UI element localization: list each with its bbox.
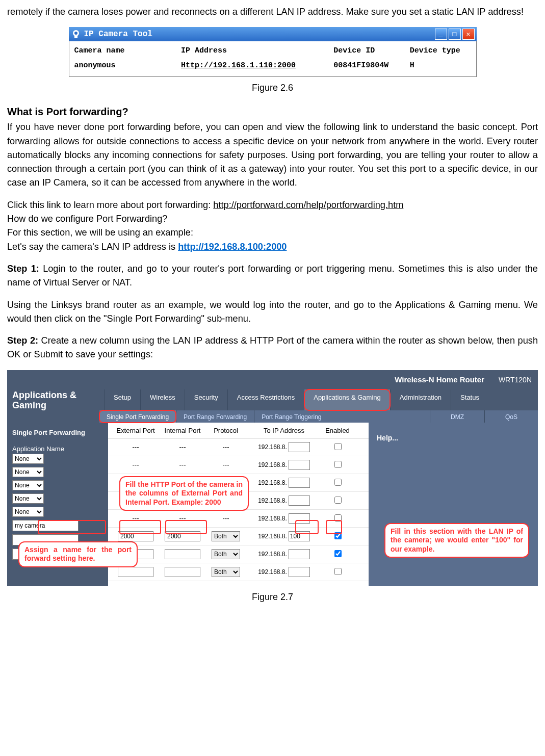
app-name-input[interactable] [12,520,79,531]
tab-setup[interactable]: Setup [104,389,140,411]
para-port-forwarding: If you have never done port forwarding b… [7,120,538,190]
col-device-id: Device ID [333,45,410,57]
enabled-checkbox[interactable] [334,550,342,557]
help-panel[interactable]: Help... [369,423,538,586]
enabled-checkbox[interactable] [334,532,342,539]
subtab-qos[interactable]: QoS [484,410,538,423]
enabled-checkbox[interactable] [334,443,342,450]
cell-ext: --- [112,460,159,470]
webcam-icon [71,29,81,39]
subtab-dmz[interactable]: DMZ [430,410,484,423]
cell-device-id: 00841FI9804W [333,60,410,72]
example-ip-link[interactable]: http://192.168.8.100:2000 [178,242,287,252]
minimize-button[interactable]: _ [435,29,447,40]
protocol-select[interactable]: Both [212,531,240,541]
router-section-title: Applications & Gaming [7,389,104,411]
ext-port-input[interactable] [118,567,153,577]
protocol-select[interactable]: Both [212,549,240,559]
ip-prefix: 192.168.8. [258,550,287,559]
int-port-input[interactable] [165,531,200,541]
callout-name: Assign a name for the port forward setti… [18,541,138,567]
window-title: IP Camera Tool [84,28,152,40]
app-select[interactable]: None [12,480,44,490]
ip-input[interactable] [289,549,310,559]
section-heading: What is Port forwarding? [7,104,538,119]
tab-apps-gaming[interactable]: Applications & Gaming [304,389,390,411]
enabled-checkbox[interactable] [334,497,342,504]
enabled-checkbox[interactable] [334,461,342,468]
router-brand: Wireless-N Home Router [395,375,484,384]
ip-prefix: 192.168.8. [258,442,287,452]
subtab-single-port-forwarding[interactable]: Single Port Forwarding [99,410,176,423]
table-row: Both192.168.8. [108,545,369,563]
int-port-input[interactable] [165,567,200,577]
router-screenshot: Wireless-N Home Router WRT120N Applicati… [7,370,538,586]
tab-security[interactable]: Security [185,389,227,411]
subtab-port-range-forwarding[interactable]: Port Range Forwarding [176,410,254,423]
cell-camera-name: anonymous [74,60,181,72]
app-select[interactable]: None [12,467,44,477]
tab-access[interactable]: Access Restrictions [227,389,304,411]
protocol-select[interactable]: Both [212,567,240,577]
intro-text: remotely if the camera loses power and r… [7,5,538,19]
subtab-port-range-triggering[interactable]: Port Range Triggering [254,410,328,423]
tab-admin[interactable]: Administration [390,389,451,411]
step2: Step 2: Create a new column using the LA… [7,334,538,362]
ip-input[interactable] [289,567,310,577]
ip-camera-tool-window: IP Camera Tool _ □ ✕ Camera name IP Addr… [69,27,477,77]
enabled-checkbox[interactable] [334,568,342,575]
step1: Step 1: Login to the router, and go to y… [7,262,538,290]
cell-int: --- [159,460,206,470]
col-device-type: Device type [410,45,471,57]
window-titlebar: IP Camera Tool _ □ ✕ [69,27,477,41]
maximize-button[interactable]: □ [449,29,461,40]
ip-input[interactable] [289,442,310,452]
table-row: ---------192.168.8. [108,456,369,474]
ip-prefix: 192.168.8. [258,567,287,577]
callout-ip: Fill in this section with the LAN IP of … [384,523,529,558]
ip-input[interactable] [289,531,310,541]
svg-point-1 [74,32,77,35]
table-header: Camera name IP Address Device ID Device … [69,41,476,59]
cfg-q: How do we configure Port Forwarding? [7,212,538,226]
tab-status[interactable]: Status [451,389,488,411]
cell-ext: --- [112,442,159,452]
close-button[interactable]: ✕ [462,29,475,40]
int-port-input[interactable] [165,549,200,559]
cell-proto: --- [206,442,246,452]
figure-caption-2-7: Figure 2.7 [7,590,538,604]
cfg-ip-line: Let's say the camera's LAN IP address is… [7,240,538,254]
enabled-checkbox[interactable] [334,479,342,486]
step2-label: Step 2: [7,335,38,346]
ip-prefix: 192.168.8. [258,496,287,505]
app-select[interactable]: None [12,493,44,504]
cell-device-type: H [410,60,471,72]
table-row: Both192.168.8. [108,528,369,545]
col-protocol: Protocol [206,426,246,436]
cell-ip-address: Http://192.168.1.110:2000 [181,60,333,72]
enabled-checkbox[interactable] [334,514,342,522]
ip-input[interactable] [289,478,310,488]
ip-input[interactable] [289,496,310,506]
step1-label: Step 1: [7,264,39,274]
portforward-link[interactable]: http://portforward.com/help/portforwardi… [213,200,403,210]
cell-int: --- [159,442,206,452]
ip-prefix: 192.168.8. [258,478,287,487]
table-row: ---------192.168.8. [108,510,369,528]
cell-proto: --- [206,513,246,524]
link-line: Click this link to learn more about port… [7,198,538,212]
app-select[interactable]: None [12,454,44,464]
svg-rect-2 [74,36,77,38]
app-select[interactable]: None [12,507,44,517]
sidebar-app-name: Application Name [12,444,104,454]
table-row: Both192.168.8. [108,563,369,581]
ip-input[interactable] [289,460,310,470]
col-ip-address: IP Address [181,45,333,57]
table-row[interactable]: anonymous Http://192.168.1.110:2000 0084… [69,59,476,77]
ip-input[interactable] [289,513,310,524]
tab-wireless[interactable]: Wireless [140,389,185,411]
callout-ports: Fill the HTTP Port of the camera in the … [119,476,249,511]
figure-caption-2-6: Figure 2.6 [7,81,538,95]
col-internal-port: Internal Port [159,426,206,436]
ext-port-input[interactable] [118,531,153,541]
